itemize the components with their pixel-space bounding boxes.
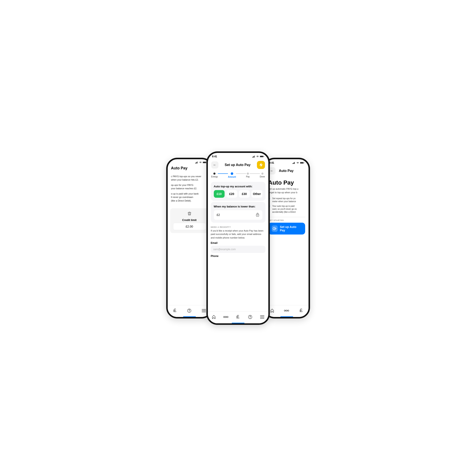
center-time: 9:41 <box>212 155 217 158</box>
center-wifi-icon <box>256 155 259 157</box>
center-header-title: Set up Auto Pay <box>224 163 250 167</box>
right-status-bar: 9:41 <box>265 159 308 165</box>
center-stepper: Energy Amount Pay Done <box>208 171 268 181</box>
left-credit-card: Credit limit £2.00 <box>170 208 209 233</box>
svg-point-19 <box>227 316 228 318</box>
get-started-label: GET STARTED <box>265 219 308 223</box>
check-text-2: Your auto top-up is paidcard, so you'll … <box>272 205 297 214</box>
phone-center: 9:41 <box>206 152 270 325</box>
center-status-bar: 9:41 <box>208 153 268 159</box>
svg-rect-29 <box>304 162 304 163</box>
step-amount-dot <box>231 172 233 175</box>
left-status-icons <box>195 161 207 163</box>
svg-point-18 <box>225 316 226 318</box>
left-nav-help[interactable] <box>187 308 192 313</box>
svg-rect-25 <box>294 162 294 164</box>
setup-btn-label: Set up Auto Pay <box>280 225 302 232</box>
right-battery-icon <box>300 162 304 164</box>
step-amount: Amount <box>228 172 236 178</box>
right-header-title: Auto Pay <box>279 169 293 173</box>
step-amount-label: Amount <box>228 176 236 178</box>
amount-option-20[interactable]: £20 <box>226 190 237 198</box>
amount-option-10[interactable]: £10 <box>214 190 225 198</box>
right-signal-icon <box>292 162 295 164</box>
signal-icon <box>195 161 198 163</box>
left-content: Auto Pay c PAYG top-ups so you neverwhen… <box>168 159 211 317</box>
center-back-button[interactable]: ← <box>211 161 219 169</box>
svg-rect-8 <box>252 157 253 157</box>
right-content: 9:41 <box>265 159 308 317</box>
center-battery-icon <box>260 155 264 157</box>
center-nav-activity[interactable] <box>223 314 228 320</box>
center-nav-help[interactable] <box>248 314 253 320</box>
center-content: 9:41 <box>208 153 268 323</box>
trash-icon[interactable] <box>187 211 192 217</box>
left-status-bar <box>168 159 211 164</box>
svg-rect-3 <box>197 162 198 163</box>
left-nav-menu[interactable] <box>201 308 206 313</box>
receipt-description: If you'd like a receipt when your Auto P… <box>211 229 265 239</box>
right-nav-home[interactable] <box>270 308 275 313</box>
setup-autopay-button[interactable]: Set up Auto Pay <box>268 223 305 235</box>
step-line-3 <box>250 173 260 174</box>
setup-btn-icon <box>272 225 278 232</box>
step-energy-label: Energy <box>211 175 218 178</box>
svg-rect-13 <box>260 156 263 157</box>
lock-icon <box>256 212 259 218</box>
svg-rect-0 <box>195 163 196 163</box>
amount-card-title: Auto top-up my account with: <box>214 185 262 188</box>
step-pay-dot <box>247 172 249 175</box>
center-lightning-button[interactable] <box>257 161 265 169</box>
svg-rect-9 <box>253 156 253 157</box>
svg-rect-28 <box>300 162 303 163</box>
svg-point-32 <box>286 310 287 311</box>
left-page-title: Auto Pay <box>168 164 211 172</box>
receipt-section: NEED A RECEIPT? If you'd like a receipt … <box>208 224 268 260</box>
svg-rect-5 <box>203 162 206 163</box>
step-line-2 <box>236 173 246 174</box>
step-pay-label: Pay <box>246 175 250 178</box>
svg-rect-26 <box>294 162 295 164</box>
step-done: Done <box>260 172 265 178</box>
svg-rect-11 <box>254 156 255 157</box>
right-header: ← Auto Pay <box>265 165 308 176</box>
right-bottom-indicator <box>280 316 293 317</box>
step-line-1 <box>218 173 228 174</box>
right-time: 9:41 <box>269 161 274 164</box>
svg-rect-24 <box>293 163 293 164</box>
right-status-icons <box>292 162 304 164</box>
receipt-label: NEED A RECEIPT? <box>211 226 265 228</box>
center-nav-home[interactable] <box>211 314 216 320</box>
svg-point-33 <box>288 310 289 311</box>
right-nav-activity[interactable] <box>284 308 289 313</box>
center-nav-pound[interactable] <box>235 314 240 320</box>
left-bottom-indicator <box>183 316 196 317</box>
step-done-dot <box>261 172 263 175</box>
center-header: ← Set up Auto Pay <box>208 159 268 171</box>
step-pay: Pay <box>246 172 250 178</box>
amount-option-30[interactable]: £30 <box>239 190 250 198</box>
right-nav-pound[interactable] <box>299 308 304 313</box>
left-nav-pound[interactable] <box>172 308 177 313</box>
check-item-2: ✓ Your auto top-up is paidcard, so you'l… <box>268 205 305 214</box>
svg-point-31 <box>284 310 286 311</box>
balance-row: £2 <box>214 210 262 220</box>
svg-point-30 <box>274 228 275 229</box>
email-input[interactable]: sam@example.com <box>211 246 265 253</box>
left-bottom-bar <box>168 305 211 317</box>
center-signal-icon <box>252 155 255 157</box>
check-item-1: ✓ Set repeat top-ups for yometer when yo… <box>268 197 305 203</box>
center-bottom-indicator <box>232 323 244 323</box>
lightning-icon <box>259 163 263 167</box>
autopay-hero-title: Auto Pay <box>265 176 308 187</box>
scene: Auto Pay c PAYG top-ups so you neverwhen… <box>143 143 333 333</box>
credit-limit-value: £2.00 <box>173 223 206 230</box>
center-nav-menu[interactable] <box>260 314 265 320</box>
svg-rect-10 <box>254 156 254 157</box>
center-bottom-bar <box>208 311 268 323</box>
check-list: ✓ Set repeat top-ups for yometer when yo… <box>265 196 308 216</box>
svg-rect-1 <box>196 162 196 163</box>
amount-options-grid: £10 £20 £30 Other <box>214 190 262 198</box>
step-done-label: Done <box>260 175 265 178</box>
amount-option-other[interactable]: Other <box>252 190 262 198</box>
